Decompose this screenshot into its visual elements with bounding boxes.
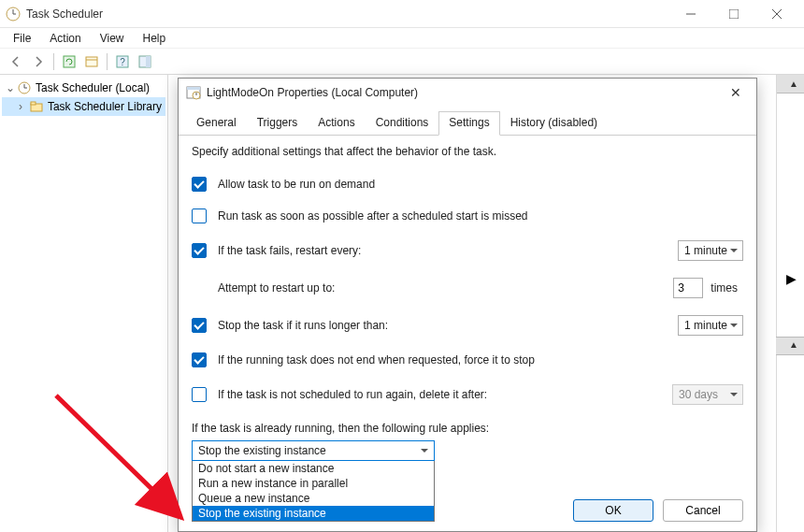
tab-actions[interactable]: Actions — [308, 111, 365, 136]
properties-icon[interactable] — [81, 51, 102, 72]
menu-action[interactable]: Action — [40, 30, 90, 47]
close-button[interactable] — [755, 0, 798, 28]
dialog-close-button[interactable]: ✕ — [723, 79, 749, 106]
ok-button[interactable]: OK — [573, 499, 653, 522]
rule-option-0[interactable]: Do not start a new instance — [193, 461, 434, 476]
label-delete-after: If the task is not scheduled to run agai… — [218, 388, 672, 401]
app-icon — [6, 7, 21, 22]
tab-conditions[interactable]: Conditions — [366, 111, 439, 136]
help-icon[interactable]: ? — [112, 51, 133, 72]
dialog-tabs: General Triggers Actions Conditions Sett… — [179, 110, 756, 136]
label-stop-long: Stop the task if it runs longer than: — [218, 319, 678, 332]
restart-interval-select[interactable]: 1 minute — [678, 240, 743, 261]
back-button[interactable] — [6, 51, 26, 72]
restart-count-suffix: times — [711, 281, 738, 295]
checkbox-restart[interactable] — [192, 243, 207, 258]
dialog-title: LightModeOn Properties (Local Computer) — [207, 86, 723, 99]
expand-icon[interactable]: › — [19, 100, 30, 113]
rule-label: If the task is already running, then the… — [192, 422, 743, 435]
separator — [107, 53, 108, 70]
svg-rect-20 — [187, 87, 200, 90]
setting-delete-after: If the task is not scheduled to run agai… — [192, 384, 743, 405]
rule-combobox[interactable]: Stop the existing instance — [192, 440, 435, 461]
cancel-button[interactable]: Cancel — [663, 499, 743, 522]
dialog-body: Specify additional settings that affect … — [179, 136, 756, 529]
setting-restart-count: Attempt to restart up to: times — [192, 278, 743, 298]
menu-help[interactable]: Help — [134, 30, 176, 47]
svg-rect-4 — [729, 9, 739, 19]
menubar: File Action View Help — [0, 28, 804, 49]
setting-run-asap: Run task as soon as possible after a sch… — [192, 208, 743, 223]
svg-rect-13 — [146, 56, 151, 67]
label-on-demand: Allow task to be run on demand — [218, 178, 743, 191]
label-restart: If the task fails, restart every: — [218, 244, 678, 257]
separator — [53, 53, 54, 70]
tab-triggers[interactable]: Triggers — [247, 111, 309, 136]
checkbox-delete-after[interactable] — [192, 387, 207, 402]
toolbar: ? — [0, 49, 804, 75]
checkbox-force-stop[interactable] — [192, 352, 207, 367]
setting-stop-long: Stop the task if it runs longer than: 1 … — [192, 315, 743, 336]
setting-force-stop: If the running task does not end when re… — [192, 352, 743, 367]
checkbox-on-demand[interactable] — [192, 177, 207, 192]
tree-root[interactable]: ⌄ Task Scheduler (Local) — [2, 79, 165, 97]
refresh-icon[interactable] — [59, 51, 79, 72]
actions-pane: ▲ ▶ ▲ — [776, 75, 804, 532]
forward-button[interactable] — [28, 51, 49, 72]
rule-selected: Stop the existing instance — [198, 444, 326, 457]
rule-option-1[interactable]: Run a new instance in parallel — [193, 476, 434, 491]
delete-after-select: 30 days — [672, 384, 743, 405]
setting-on-demand: Allow task to be run on demand — [192, 177, 743, 192]
window-title: Task Scheduler — [26, 7, 669, 21]
rule-option-2[interactable]: Queue a new instance — [193, 491, 434, 506]
checkbox-run-asap[interactable] — [192, 208, 207, 223]
svg-rect-7 — [64, 56, 75, 67]
svg-text:?: ? — [120, 57, 125, 67]
scroll-right-icon[interactable]: ▶ — [786, 271, 797, 286]
label-force-stop: If the running task does not end when re… — [218, 353, 743, 367]
stop-long-select[interactable]: 1 minute — [678, 315, 743, 336]
properties-dialog: LightModeOn Properties (Local Computer) … — [178, 78, 757, 532]
folder-icon — [30, 99, 44, 114]
collapse-icon-2[interactable]: ▲ — [789, 339, 798, 350]
minimize-button[interactable] — [669, 0, 712, 28]
panel-icon[interactable] — [135, 51, 155, 72]
tree-root-label: Task Scheduler (Local) — [36, 81, 150, 94]
clock-icon — [17, 80, 32, 95]
titlebar: Task Scheduler — [0, 0, 804, 28]
tree-child[interactable]: › Task Scheduler Library — [2, 97, 165, 116]
dialog-buttons: OK Cancel — [573, 499, 743, 522]
rule-dropdown: Do not start a new instance Run a new in… — [192, 461, 435, 522]
tab-history[interactable]: History (disabled) — [500, 111, 608, 136]
setting-restart: If the task fails, restart every: 1 minu… — [192, 240, 743, 261]
tab-settings[interactable]: Settings — [438, 111, 499, 136]
tab-general[interactable]: General — [186, 111, 247, 136]
svg-rect-8 — [86, 57, 97, 66]
menu-file[interactable]: File — [4, 30, 40, 47]
rule-option-3[interactable]: Stop the existing instance — [193, 506, 434, 521]
tree-panel: ⌄ Task Scheduler (Local) › Task Schedule… — [0, 75, 168, 532]
label-run-asap: Run task as soon as possible after a sch… — [218, 209, 743, 223]
restart-count-input[interactable] — [673, 278, 703, 298]
dialog-titlebar: LightModeOn Properties (Local Computer) … — [179, 79, 756, 107]
expand-icon[interactable]: ⌄ — [6, 81, 17, 94]
menu-view[interactable]: View — [91, 30, 134, 47]
tree-child-label: Task Scheduler Library — [48, 100, 162, 113]
label-restart-count: Attempt to restart up to: — [218, 281, 440, 295]
maximize-button[interactable] — [712, 0, 755, 28]
settings-description: Specify additional settings that affect … — [192, 145, 743, 158]
collapse-icon[interactable]: ▲ — [789, 79, 798, 89]
task-icon — [186, 85, 201, 100]
checkbox-stop-long[interactable] — [192, 318, 207, 333]
svg-rect-18 — [31, 102, 36, 105]
